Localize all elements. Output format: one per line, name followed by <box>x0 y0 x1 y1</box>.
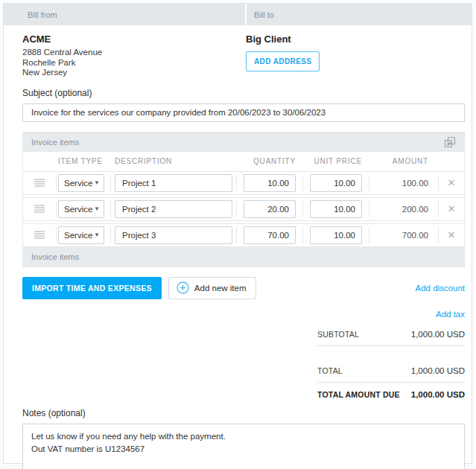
address-line: Rochelle Park <box>22 58 246 68</box>
total-amount-due-label: TOTAL AMOUNT DUE <box>317 390 400 399</box>
invoice-items-footer-bar: Invoice items <box>23 247 464 267</box>
bill-to-label: Bill to <box>254 10 274 19</box>
description-input[interactable] <box>115 200 232 218</box>
amount-value: 200.00 <box>369 205 438 214</box>
item-type-value: Service <box>64 205 92 214</box>
drag-handle-icon[interactable] <box>34 231 45 239</box>
addresses-section: ACME 2888 Central Avenue Rochelle Park N… <box>22 25 465 78</box>
import-time-expenses-button[interactable]: IMPORT TIME AND EXPENSES <box>22 277 162 299</box>
totals-section: SUBTOTAL 1,000.00 USD TOTAL 1,000.00 USD… <box>317 330 465 399</box>
bill-headers: Bill from Bill to <box>4 4 472 25</box>
add-address-button[interactable]: ADD ADDRESS <box>246 51 320 71</box>
add-discount-link[interactable]: Add discount <box>416 284 466 293</box>
description-input[interactable] <box>115 226 232 244</box>
quantity-input[interactable] <box>244 226 296 244</box>
remove-row-icon[interactable]: ✕ <box>448 204 456 214</box>
bill-from-block: ACME 2888 Central Avenue Rochelle Park N… <box>22 34 246 78</box>
col-quantity: QUANTITY <box>237 157 302 165</box>
company-name: ACME <box>22 34 246 45</box>
drag-handle-icon[interactable] <box>34 205 45 213</box>
total-row: TOTAL 1,000.00 USD <box>317 366 465 375</box>
unit-price-input[interactable] <box>310 174 362 192</box>
plus-circle-icon <box>177 281 189 294</box>
item-type-value: Service <box>64 179 92 188</box>
divider <box>317 382 465 383</box>
bulk-edit-icon[interactable] <box>444 136 456 148</box>
col-description: DESCRIPTION <box>111 157 236 165</box>
bill-from-header: Bill from <box>4 4 245 25</box>
description-input[interactable] <box>115 174 232 192</box>
subtotal-row: SUBTOTAL 1,000.00 USD <box>317 330 465 339</box>
invoice-editor: Bill from Bill to ACME 2888 Central Aven… <box>3 3 472 464</box>
invoice-items-header-bar: Invoice items <box>23 133 464 152</box>
drag-handle-icon[interactable] <box>34 179 45 187</box>
address-line: 2888 Central Avenue <box>22 48 246 58</box>
actions-row: IMPORT TIME AND EXPENSES Add new item Ad… <box>22 277 465 299</box>
chevron-down-icon: ▼ <box>94 206 100 212</box>
invoice-item-row: Service ▼ 100.00 ✕ <box>23 171 464 195</box>
remove-row-icon[interactable]: ✕ <box>448 230 456 240</box>
summary-column: Add tax SUBTOTAL 1,000.00 USD TOTAL 1,00… <box>22 299 465 399</box>
chevron-down-icon: ▼ <box>94 232 100 238</box>
col-amount: AMOUNT <box>369 157 438 165</box>
total-label: TOTAL <box>317 366 343 375</box>
table-column-headers: ITEM TYPE DESCRIPTION QUANTITY UNIT PRIC… <box>23 152 464 171</box>
invoice-item-row: Service ▼ 200.00 ✕ <box>23 197 464 221</box>
amount-value: 100.00 <box>369 179 438 188</box>
add-new-item-label: Add new item <box>194 284 247 293</box>
item-type-select[interactable]: Service ▼ <box>58 174 104 192</box>
remove-row-icon[interactable]: ✕ <box>448 178 456 188</box>
total-amount-due-value: 1,000.00 USD <box>411 390 465 399</box>
add-new-item-button[interactable]: Add new item <box>168 277 256 299</box>
subtotal-value: 1,000.00 USD <box>411 330 465 339</box>
unit-price-input[interactable] <box>310 200 362 218</box>
bill-from-label: Bill from <box>28 10 57 19</box>
total-amount-due-row: TOTAL AMOUNT DUE 1,000.00 USD <box>317 390 465 399</box>
client-name: Big Client <box>246 34 320 45</box>
total-value: 1,000.00 USD <box>411 366 465 375</box>
add-tax-link[interactable]: Add tax <box>436 310 465 319</box>
unit-price-input[interactable] <box>310 226 362 244</box>
invoice-items-footer-label: Invoice items <box>31 252 79 261</box>
col-unit-price: UNIT PRICE <box>303 157 369 165</box>
subject-label: Subject (optional) <box>22 88 465 98</box>
subject-input[interactable] <box>22 103 465 122</box>
bill-to-block: Big Client ADD ADDRESS <box>246 34 320 78</box>
quantity-input[interactable] <box>244 174 296 192</box>
invoice-items-table: Invoice items ITEM TYPE DESCRIPTION QUAN… <box>22 132 465 267</box>
subtotal-label: SUBTOTAL <box>317 330 359 339</box>
item-type-select[interactable]: Service ▼ <box>58 226 104 244</box>
amount-value: 700.00 <box>369 231 438 240</box>
notes-textarea[interactable]: Let us know if you need any help with th… <box>22 424 465 469</box>
bill-to-header: Bill to <box>247 4 472 25</box>
item-type-value: Service <box>64 231 92 240</box>
notes-label: Notes (optional) <box>22 408 465 418</box>
invoice-item-row: Service ▼ 700.00 ✕ <box>23 223 464 247</box>
col-item-type: ITEM TYPE <box>57 157 110 165</box>
quantity-input[interactable] <box>244 200 296 218</box>
chevron-down-icon: ▼ <box>94 180 100 186</box>
invoice-items-header-label: Invoice items <box>31 138 79 147</box>
address-line: New Jersey <box>22 68 246 78</box>
item-type-select[interactable]: Service ▼ <box>58 200 104 218</box>
